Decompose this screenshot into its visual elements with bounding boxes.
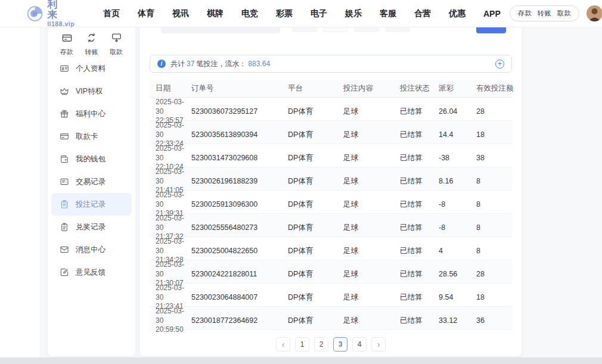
transfer-icon bbox=[86, 32, 97, 46]
nav-item[interactable]: 客服 bbox=[371, 8, 405, 19]
bet-records-table: 日期订单号平台投注内容投注状态派彩有效投注额 2025-03-3022:35:5… bbox=[150, 80, 512, 330]
query-button[interactable] bbox=[476, 27, 506, 33]
nav-item[interactable]: 体育 bbox=[129, 8, 163, 19]
bet-count: 37 bbox=[185, 60, 196, 68]
cell-valid-bet: 38 bbox=[476, 154, 512, 162]
quick-action-label: 取款 bbox=[110, 48, 123, 57]
table-row: 2025-03-3022:35:575230036073295127DP体育足球… bbox=[150, 98, 512, 121]
nav-item[interactable]: 合营 bbox=[405, 8, 440, 19]
wallet-action[interactable]: 转账 bbox=[538, 9, 551, 18]
cell-valid-bet: 8 bbox=[476, 223, 512, 232]
pagination-page-3[interactable]: 3 bbox=[333, 337, 347, 351]
sidebar-item-transaction-record[interactable]: 交易记录 bbox=[51, 170, 132, 193]
filter-date-input[interactable] bbox=[161, 27, 280, 33]
sidebar-item-prize-record[interactable]: 兑奖记录 bbox=[51, 216, 132, 238]
pagination-prev[interactable]: ‹ bbox=[276, 337, 290, 351]
cell-status: 已结算 bbox=[400, 246, 439, 256]
sidebar-item-label: 意见反馈 bbox=[76, 267, 105, 278]
pagination: ‹1234› bbox=[150, 337, 512, 351]
column-header: 日期 bbox=[150, 83, 191, 94]
sidebar-item-label: VIP特权 bbox=[76, 86, 103, 97]
column-header: 投注状态 bbox=[400, 83, 439, 94]
nav-item[interactable]: 视讯 bbox=[163, 8, 198, 19]
cell-content: 足球 bbox=[343, 246, 400, 256]
turnover-amount: 883.64 bbox=[246, 60, 272, 68]
sidebar-item-label: 我的钱包 bbox=[76, 154, 105, 164]
cell-payout: 4 bbox=[439, 247, 476, 255]
gift-icon bbox=[60, 109, 69, 119]
cell-platform: DP体育 bbox=[288, 200, 343, 210]
withdraw-icon bbox=[111, 32, 122, 46]
sidebar-item-bankcard[interactable]: 取款卡 bbox=[51, 125, 132, 148]
wallet-action[interactable]: 取款 bbox=[557, 9, 571, 18]
cell-status: 已结算 bbox=[400, 293, 439, 303]
quick-action[interactable]: 取款 bbox=[107, 32, 125, 55]
nav-item[interactable]: 优惠 bbox=[440, 8, 474, 19]
cell-content: 足球 bbox=[343, 200, 400, 210]
page: 利 来 ll188.vip 首页体育视讯棋牌电竞彩票电子娱乐客服合营优惠APP … bbox=[0, 0, 602, 364]
pagination-page-1[interactable]: 1 bbox=[295, 337, 309, 351]
filter-option[interactable] bbox=[323, 27, 348, 32]
cell-payout: -8 bbox=[439, 200, 476, 209]
table-header-row: 日期订单号平台投注内容投注状态派彩有效投注额 bbox=[150, 80, 512, 98]
cell-content: 足球 bbox=[343, 293, 400, 303]
quick-action[interactable]: 转账 bbox=[83, 32, 101, 55]
cell-status: 已结算 bbox=[400, 130, 439, 140]
wallet-action[interactable]: 存款 bbox=[518, 9, 532, 18]
logo[interactable]: 利 来 ll188.vip bbox=[27, 0, 77, 27]
cell-order: 5230025004822650 bbox=[191, 247, 288, 255]
nav-item[interactable]: 首页 bbox=[94, 8, 129, 19]
sidebar-item-wallet[interactable]: 我的钱包 bbox=[51, 148, 132, 170]
sidebar-item-gift[interactable]: 福利中心 bbox=[51, 102, 132, 125]
nav-item[interactable]: 棋牌 bbox=[198, 8, 232, 19]
sidebar-quick-actions: 存款转账取款 bbox=[48, 32, 135, 55]
pagination-page-2[interactable]: 2 bbox=[314, 337, 328, 351]
cell-payout: 8.16 bbox=[439, 177, 476, 185]
column-header: 订单号 bbox=[191, 83, 288, 94]
quick-action[interactable]: 存款 bbox=[58, 32, 76, 55]
top-header: 利 来 ll188.vip 首页体育视讯棋牌电竞彩票电子娱乐客服合营优惠APP … bbox=[0, 0, 602, 27]
sidebar-item-bet-record[interactable]: 投注记录 bbox=[51, 193, 132, 216]
nav-item[interactable]: 彩票 bbox=[267, 8, 302, 19]
nav-item[interactable]: 电竞 bbox=[232, 8, 267, 19]
cell-status: 已结算 bbox=[400, 176, 439, 186]
cell-payout: 26.04 bbox=[439, 107, 476, 116]
expand-plus-icon[interactable]: + bbox=[495, 60, 504, 69]
table-body: 2025-03-3022:35:575230036073295127DP体育足球… bbox=[150, 98, 512, 330]
column-header: 派彩 bbox=[439, 83, 476, 94]
nav-item[interactable]: 电子 bbox=[302, 8, 336, 19]
column-header: 平台 bbox=[288, 83, 343, 94]
cell-content: 足球 bbox=[343, 107, 400, 117]
cell-platform: DP体育 bbox=[288, 223, 343, 233]
sidebar-item-crown[interactable]: VIP特权 bbox=[51, 80, 132, 102]
filter-quick-options bbox=[292, 27, 410, 32]
filter-option[interactable] bbox=[385, 27, 410, 32]
filter-row-cutoff bbox=[150, 27, 512, 35]
table-row: 2025-03-3021:34:285230025004822650DP体育足球… bbox=[150, 237, 512, 260]
table-row: 2025-03-3021:30:075230024221828011DP体育足球… bbox=[150, 260, 512, 284]
sidebar-item-feedback[interactable]: 意见反馈 bbox=[51, 261, 132, 284]
pagination-page-4[interactable]: 4 bbox=[352, 337, 367, 351]
pagination-next[interactable]: › bbox=[371, 337, 386, 351]
wallet-actions-pill: 存款转账取款 bbox=[510, 5, 579, 21]
cell-status: 已结算 bbox=[400, 107, 439, 117]
main-panel: i 共计37笔投注，流水：883.64 + 日期订单号平台投注内容投注状态派彩有… bbox=[140, 27, 522, 356]
prize-record-icon bbox=[60, 222, 69, 232]
cell-platform: DP体育 bbox=[288, 153, 343, 163]
table-row: 2025-03-3022:33:245230035613890394DP体育足球… bbox=[150, 121, 512, 144]
sidebar-item-message[interactable]: 消息中心 bbox=[51, 238, 132, 261]
cell-valid-bet: 8 bbox=[476, 200, 512, 209]
cell-platform: DP体育 bbox=[288, 176, 343, 186]
filter-option[interactable] bbox=[354, 27, 379, 32]
wallet-icon bbox=[60, 154, 69, 164]
filter-option[interactable] bbox=[292, 27, 317, 32]
logo-title: 利 来 bbox=[47, 0, 77, 20]
avatar[interactable] bbox=[587, 5, 602, 21]
quick-action-label: 存款 bbox=[60, 48, 73, 57]
sidebar-item-idcard[interactable]: 个人资料 bbox=[51, 57, 132, 80]
cell-valid-bet: 28 bbox=[476, 270, 512, 278]
cell-order: 5230035613890394 bbox=[191, 130, 288, 139]
nav-item[interactable]: 娱乐 bbox=[336, 8, 371, 19]
nav-item[interactable]: APP bbox=[474, 9, 510, 18]
table-row: 2025-03-3021:37:325230025556480273DP体育足球… bbox=[150, 214, 512, 237]
